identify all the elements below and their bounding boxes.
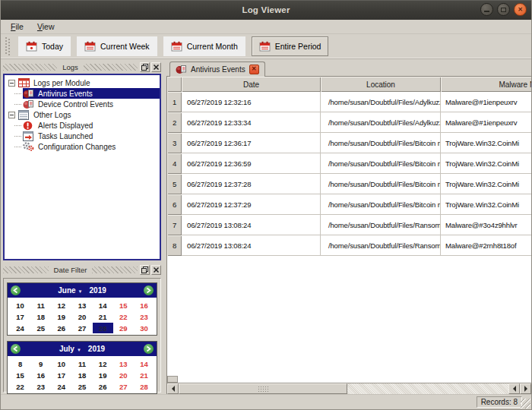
header-malware-name[interactable]: Malware Name: [441, 77, 531, 92]
calendar-day[interactable]: 22: [113, 311, 134, 322]
calendar-day[interactable]: 25: [71, 381, 92, 392]
calendar-day[interactable]: 15: [113, 300, 134, 311]
cell-malware[interactable]: TrojWare.Win32.CoinMi: [441, 153, 531, 174]
calendar-day[interactable]: 25: [30, 323, 51, 333]
cell-location[interactable]: /home/susan/Doubtful/Files/Ransomware...: [321, 215, 441, 235]
calendar-day[interactable]: 21: [93, 311, 113, 322]
tree-item-logs-per-module[interactable]: Logs per Module: [5, 77, 160, 88]
tree-item-other-logs[interactable]: Other Logs: [5, 109, 160, 120]
header-date[interactable]: Date: [182, 77, 321, 92]
cell-malware[interactable]: Malware@#3o4z9hhlvr: [441, 215, 531, 235]
cell-date[interactable]: 06/27/2019 12:37:28: [182, 174, 321, 194]
row-number-cell[interactable]: 7: [167, 215, 182, 235]
cell-location[interactable]: /home/susan/Doubtful/Files/Bitcoin mine.…: [321, 133, 441, 153]
dock-close-button[interactable]: [151, 62, 161, 72]
row-number-cell[interactable]: 2: [167, 112, 182, 133]
next-month-button[interactable]: [144, 285, 154, 295]
minimize-button[interactable]: [480, 3, 493, 16]
cell-malware[interactable]: TrojWare.Win32.CoinMi: [441, 194, 531, 215]
cell-malware[interactable]: Malware@#2rnh8t18of: [441, 235, 531, 256]
cell-location[interactable]: /home/susan/Doubtful/Files/Bitcoin mine.…: [321, 153, 441, 174]
calendar-day[interactable]: 18: [71, 370, 92, 380]
row-number-cell[interactable]: 4: [167, 153, 182, 174]
calendar-day[interactable]: 14: [93, 300, 113, 311]
calendar-day[interactable]: 15: [10, 370, 30, 380]
collapse-expander-icon[interactable]: [8, 80, 15, 87]
calendar-day[interactable]: 23: [30, 381, 51, 392]
scroll-left-button[interactable]: [167, 383, 179, 394]
tree-item-antivirus-events[interactable]: Antivirus Events: [5, 88, 160, 99]
header-location[interactable]: Location: [321, 77, 441, 92]
calendar-year-label[interactable]: 2019: [88, 345, 105, 353]
next-month-button[interactable]: [144, 344, 154, 354]
tab-close-button[interactable]: ✕: [249, 65, 259, 74]
calendar-day[interactable]: 30: [134, 323, 154, 333]
cell-date[interactable]: 06/27/2019 12:33:34: [182, 112, 321, 133]
cell-location[interactable]: /home/susan/Doubtful/Files/Adylkuzz/82..…: [321, 112, 441, 133]
collapse-expander-icon[interactable]: [8, 112, 15, 118]
calendar-day[interactable]: 20: [113, 370, 134, 380]
header-row-number[interactable]: [167, 77, 182, 92]
dock-close-button[interactable]: [151, 265, 161, 275]
entire-period-button[interactable]: Entire Period: [252, 36, 329, 56]
calendar-month-label[interactable]: June: [58, 286, 75, 295]
table-row[interactable]: 806/27/2019 13:08:24/home/susan/Doubtful…: [167, 235, 531, 256]
calendar-day[interactable]: 14: [134, 358, 154, 369]
cell-malware[interactable]: TrojWare.Win32.CoinMi: [441, 133, 531, 153]
row-number-cell[interactable]: 3: [167, 133, 182, 153]
table-row[interactable]: 206/27/2019 12:33:34/home/susan/Doubtful…: [167, 112, 531, 133]
calendar-day[interactable]: 12: [51, 300, 71, 311]
close-button[interactable]: ✕: [514, 3, 527, 16]
calendar-day[interactable]: 16: [30, 370, 51, 380]
table-row[interactable]: 306/27/2019 12:36:17/home/susan/Doubtful…: [167, 133, 531, 153]
cell-location[interactable]: /home/susan/Doubtful/Files/Adylkuzz/82..…: [321, 92, 441, 112]
horizontal-scrollbar[interactable]: [167, 383, 531, 394]
calendar-day[interactable]: 19: [51, 311, 71, 322]
scrollbar-thumb[interactable]: [179, 383, 347, 394]
table-row[interactable]: 706/27/2019 13:08:24/home/susan/Doubtful…: [167, 215, 531, 235]
menu-view[interactable]: View: [32, 20, 60, 33]
table-row[interactable]: 506/27/2019 12:37:28/home/susan/Doubtful…: [167, 174, 531, 194]
current-month-button[interactable]: Current Month: [163, 36, 245, 56]
cell-date[interactable]: 06/27/2019 13:08:24: [182, 215, 321, 235]
calendar-day[interactable]: 17: [10, 311, 30, 322]
current-week-button[interactable]: Current Week: [77, 36, 157, 56]
scrollbar-track[interactable]: [347, 383, 508, 394]
calendar-day[interactable]: 27: [71, 323, 92, 333]
table-row[interactable]: 606/27/2019 12:37:29/home/susan/Doubtful…: [167, 194, 531, 215]
calendar-day[interactable]: 13: [113, 358, 134, 369]
calendar-day[interactable]: 8: [10, 358, 30, 369]
today-button[interactable]: Today: [18, 36, 71, 56]
row-number-cell[interactable]: 1: [167, 92, 182, 112]
scroll-left-button-end[interactable]: [508, 383, 520, 394]
dock-float-button[interactable]: [140, 265, 150, 275]
calendar-day[interactable]: 23: [134, 311, 154, 322]
cell-date[interactable]: 06/27/2019 12:36:17: [182, 133, 321, 153]
tree-item-device-control-events[interactable]: Device Control Events: [5, 99, 160, 109]
calendar-day[interactable]: 10: [10, 300, 30, 311]
calendar-day[interactable]: 11: [30, 300, 51, 311]
calendar-day[interactable]: 24: [51, 381, 71, 392]
cell-location[interactable]: /home/susan/Doubtful/Files/Bitcoin mine.…: [321, 194, 441, 215]
calendar-day[interactable]: 17: [51, 370, 71, 380]
calendar-day[interactable]: 9: [30, 358, 51, 369]
calendar-day[interactable]: 28: [93, 323, 113, 333]
calendar-day[interactable]: 19: [93, 370, 113, 380]
scroll-right-button[interactable]: [520, 383, 531, 394]
cell-location[interactable]: /home/susan/Doubtful/Files/Ransomware...: [321, 235, 441, 256]
toolbar-drag-handle[interactable]: [5, 37, 10, 55]
dock-float-button[interactable]: [140, 62, 150, 72]
calendar-day[interactable]: 11: [71, 358, 92, 369]
calendar-day[interactable]: 16: [134, 300, 154, 311]
maximize-button[interactable]: [497, 3, 510, 16]
tree-item-configuration-changes[interactable]: Configuration Changes: [5, 141, 160, 152]
table-row[interactable]: 106/27/2019 12:32:16/home/susan/Doubtful…: [167, 92, 531, 112]
calendar-day[interactable]: 12: [93, 358, 113, 369]
calendar-day[interactable]: 20: [71, 311, 92, 322]
calendar-day[interactable]: 13: [71, 300, 92, 311]
calendar-day[interactable]: 24: [10, 323, 30, 333]
calendar-month-label[interactable]: July: [59, 345, 74, 353]
calendar-day[interactable]: 27: [113, 381, 134, 392]
row-number-cell[interactable]: 5: [167, 174, 182, 194]
calendar-day[interactable]: 18: [30, 311, 51, 322]
